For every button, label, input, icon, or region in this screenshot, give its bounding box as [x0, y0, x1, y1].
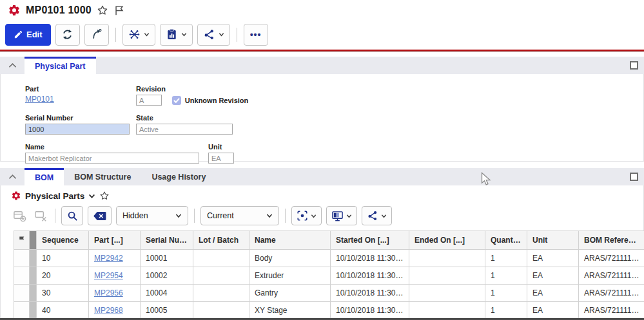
row-handle-cell[interactable] — [30, 267, 37, 285]
more-actions-button[interactable]: ••• — [244, 24, 268, 46]
tab-physical-part[interactable]: Physical Part — [24, 57, 96, 74]
effectivity-select[interactable]: Current — [200, 206, 279, 225]
grid-share-button[interactable] — [362, 206, 392, 225]
table-cell — [193, 250, 249, 267]
column-header[interactable]: Lot / Batch — [193, 231, 249, 250]
refresh-button[interactable] — [55, 24, 80, 46]
edit-button[interactable]: Edit — [5, 24, 51, 46]
table-cell: 20 — [37, 267, 89, 285]
tab-bom-structure[interactable]: BOM Structure — [64, 168, 141, 185]
name-input[interactable] — [25, 153, 199, 164]
table-cell: 1 — [485, 285, 527, 302]
chevron-up-icon — [8, 62, 17, 68]
table-cell: 1 — [485, 250, 527, 267]
focus-options-button[interactable] — [291, 206, 322, 225]
hidden-columns-select[interactable]: Hidden — [116, 206, 188, 225]
bom-table-body: 10MP294210001Body10/10/2018 11:30:00...1… — [14, 250, 644, 319]
column-header[interactable]: Sequence — [37, 231, 89, 250]
table-cell: Body — [249, 250, 331, 267]
unit-input[interactable] — [208, 153, 234, 164]
accent-divider — [0, 50, 644, 52]
state-input[interactable] — [136, 124, 233, 135]
state-field: State — [136, 114, 233, 135]
promote-button[interactable] — [84, 24, 109, 46]
flag-icon — [113, 5, 125, 16]
window-header: MP0101 1000 — [0, 0, 644, 19]
clipboard-chart-icon — [166, 28, 178, 41]
table-row[interactable]: 20MP295410002Extruder10/10/2018 11:30:00… — [14, 267, 644, 285]
tab-bom[interactable]: BOM — [24, 168, 64, 185]
flag-button[interactable] — [113, 5, 125, 16]
maximize-section-button[interactable] — [630, 57, 644, 74]
bom-panel-body: Physical Parts — [0, 185, 644, 318]
serial-number-input[interactable] — [25, 124, 130, 135]
clear-search-button[interactable] — [88, 206, 112, 225]
table-cell: EA — [527, 285, 579, 302]
maximize-icon — [630, 61, 638, 70]
table-cell — [193, 267, 249, 285]
share-icon — [367, 210, 378, 221]
target-icon — [297, 210, 308, 221]
grid-favorite-button[interactable] — [99, 191, 110, 201]
table-cell: ARAS/721111-1-4 — [579, 267, 644, 285]
table-cell: 30 — [37, 285, 89, 302]
table-row[interactable]: 30MP295610004Gantry10/10/2018 11:30:00..… — [14, 285, 644, 302]
unknown-revision-checkbox[interactable] — [172, 96, 181, 105]
row-handle-cell[interactable] — [30, 302, 37, 319]
name-label: Name — [25, 143, 208, 151]
part-link[interactable]: MP2968 — [94, 306, 123, 315]
table-cell — [409, 302, 485, 319]
collapse-section-button[interactable] — [0, 168, 24, 185]
table-cell: 10002 — [141, 267, 193, 285]
column-header[interactable]: Quantity — [485, 231, 527, 250]
chevron-down-icon — [219, 32, 224, 37]
column-header[interactable]: Started On [...] — [331, 231, 409, 250]
table-header-row: SequencePart [...]Serial NumberLot / Bat… — [14, 231, 644, 250]
flag-icon — [18, 236, 26, 243]
column-header[interactable]: Serial Number — [141, 231, 193, 250]
physical-part-panel: Physical Part Part MP0101 Revision Unkno… — [0, 57, 644, 162]
collapse-section-button[interactable] — [0, 57, 24, 74]
table-cell: 10/10/2018 11:30:00... — [331, 285, 409, 302]
revision-input[interactable] — [136, 95, 162, 106]
toolbar-separator — [237, 28, 237, 42]
tab-usage-history[interactable]: Usage History — [141, 168, 216, 185]
backspace-icon — [93, 211, 106, 221]
table-cell: 10 — [37, 250, 89, 267]
column-header[interactable]: Unit — [527, 231, 579, 250]
part-link[interactable]: MP2942 — [94, 254, 123, 263]
table-cell: 10005 — [141, 302, 193, 319]
table-row[interactable]: 10MP294210001Body10/10/2018 11:30:00...1… — [14, 250, 644, 267]
unknown-revision-label: Unknown Revision — [185, 97, 248, 104]
column-header[interactable]: Name — [249, 231, 331, 250]
page-title: MP0101 1000 — [26, 5, 92, 16]
grid-title-dropdown[interactable] — [88, 193, 95, 200]
maximize-section-button[interactable] — [630, 168, 644, 185]
table-row[interactable]: 40MP296810005XY Stage10/10/2018 11:30:00… — [14, 302, 644, 319]
column-header[interactable]: Part [...] — [89, 231, 141, 250]
view-options-button[interactable] — [326, 206, 357, 225]
favorite-button[interactable] — [97, 5, 108, 16]
hub-icon — [128, 28, 141, 41]
row-flag-cell — [14, 250, 30, 267]
navigate-structure-button[interactable] — [122, 24, 155, 46]
toolbar-separator — [194, 209, 195, 223]
part-link[interactable]: MP2954 — [94, 271, 123, 280]
toolbar-separator — [115, 28, 116, 42]
gear-icon — [11, 191, 21, 201]
table-cell — [409, 267, 485, 285]
column-header[interactable]: BOM Reference — [579, 231, 644, 250]
chevron-down-icon — [311, 213, 317, 219]
flag-column-header[interactable] — [14, 231, 30, 250]
star-icon — [99, 191, 110, 201]
row-handle-cell[interactable] — [30, 250, 37, 267]
part-link[interactable]: MP0101 — [25, 95, 136, 104]
table-cell: MP2968 — [89, 302, 141, 319]
part-link[interactable]: MP2956 — [94, 288, 123, 297]
share-button[interactable] — [197, 24, 230, 46]
column-header[interactable]: Ended On [...] — [409, 231, 485, 250]
row-handle-cell[interactable] — [30, 285, 37, 302]
reports-button[interactable] — [160, 24, 193, 46]
search-button[interactable] — [61, 206, 83, 225]
grid-title: Physical Parts — [25, 191, 84, 201]
